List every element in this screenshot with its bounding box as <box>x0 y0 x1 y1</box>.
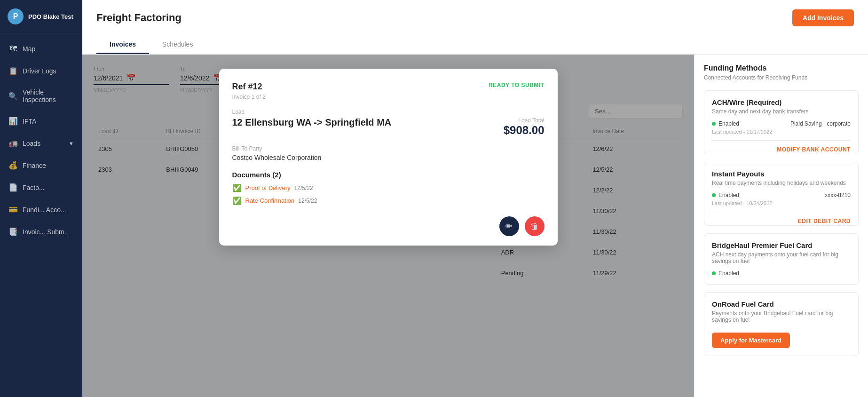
modal-overlay[interactable]: Ref #12 READY TO SUBMIT Invoice 1 of 2 L… <box>82 55 694 397</box>
fuel-card-desc: ACH next day payments onto your fuel car… <box>712 251 851 264</box>
sidebar-item-label: Vehicle Inspections <box>23 88 74 103</box>
enabled-dot <box>712 122 716 126</box>
chevron-down-icon: ▼ <box>69 141 74 146</box>
invoice-icon: 📑 <box>8 227 18 236</box>
fuel-card-status: Enabled <box>712 270 851 277</box>
tab-bar: Invoices Schedules <box>96 36 854 54</box>
loads-icon: 🚛 <box>8 139 18 148</box>
modal-header: Ref #12 READY TO SUBMIT <box>232 82 544 92</box>
sidebar-item-map[interactable]: 🗺 Map <box>0 38 82 60</box>
funding-title: Funding Methods <box>704 64 859 72</box>
doc-date-0: 12/5/22 <box>294 185 313 191</box>
funding-icon: 💳 <box>8 205 18 214</box>
sidebar-item-label: Finance <box>23 162 46 169</box>
sidebar-item-label: Driver Logs <box>23 67 56 75</box>
invoice-modal: Ref #12 READY TO SUBMIT Invoice 1 of 2 L… <box>219 69 558 246</box>
onroad-title: OnRoad Fuel Card <box>712 300 851 308</box>
sidebar-item-ifta[interactable]: 📊 IFTA <box>0 110 82 132</box>
factoring-icon: 📄 <box>8 183 18 192</box>
map-icon: 🗺 <box>8 45 18 53</box>
content-area: From 12/6/2021 📅 MM/DD/YYYY To 12/6/2022… <box>82 55 868 397</box>
modal-edit-button[interactable]: ✏ <box>499 216 519 236</box>
logo-icon: P <box>8 8 24 24</box>
funding-methods-panel: Funding Methods Connected Accounts for R… <box>694 55 868 397</box>
doc-date-1: 12/5/22 <box>298 198 317 204</box>
ach-last-updated: Last updated - 11/17/2022 <box>712 129 851 135</box>
vehicle-inspections-icon: 🔍 <box>8 92 18 101</box>
page-header: Freight Factoring Add Invoices <box>96 9 854 26</box>
instant-card-number: xxxx-8210 <box>825 192 851 198</box>
page-title: Freight Factoring <box>96 12 181 24</box>
modal-invoice-count: Invoice 1 of 2 <box>232 94 544 100</box>
instant-status-row: Enabled xxxx-8210 <box>712 192 851 198</box>
document-item-0: ✅ Proof of Delivery 12/5/22 <box>232 183 544 192</box>
finance-icon: 💰 <box>8 161 18 170</box>
sidebar: P PDO Blake Test 🗺 Map 📋 Driver Logs 🔍 V… <box>0 0 82 397</box>
funding-card-instant-payouts: Instant Payouts Real time payments inclu… <box>704 162 859 226</box>
company-name: PDO Blake Test <box>28 13 73 20</box>
onroad-desc: Payments onto your Bridgehaul Fuel card … <box>712 310 851 323</box>
sidebar-item-label: Facto... <box>23 184 45 191</box>
sidebar-item-label: IFTA <box>23 118 36 125</box>
invoice-section: From 12/6/2021 📅 MM/DD/YYYY To 12/6/2022… <box>82 55 694 397</box>
sidebar-item-vehicle-inspections[interactable]: 🔍 Vehicle Inspections <box>0 82 82 110</box>
instant-payouts-title: Instant Payouts <box>712 170 851 178</box>
modal-ref: Ref #12 <box>232 82 262 92</box>
check-icon-0: ✅ <box>232 183 242 192</box>
modal-billto-label: Bill-To Party <box>232 145 544 152</box>
modal-actions: ✏ 🗑 <box>232 216 544 236</box>
add-invoices-button[interactable]: Add Invoices <box>792 9 854 26</box>
modal-billto-value: Costco Wholesale Corporation <box>232 154 544 161</box>
tab-schedules[interactable]: Schedules <box>149 36 206 54</box>
modal-load-route: 12 Ellensburg WA -> Springfield MA <box>232 117 392 128</box>
funding-card-ach-wire: ACH/Wire (Required) Same day and next da… <box>704 90 859 154</box>
fuel-card-title: BridgeHaul Premier Fuel Card <box>712 241 851 249</box>
ach-wire-title: ACH/Wire (Required) <box>712 98 851 106</box>
top-area: Freight Factoring Add Invoices Invoices … <box>82 0 868 55</box>
instant-last-updated: Last updated - 10/24/2022 <box>712 200 851 206</box>
sidebar-item-factoring[interactable]: 📄 Facto... <box>0 176 82 198</box>
ach-status-row: Enabled Plaid Saving - corporate <box>712 120 851 127</box>
doc-name-0[interactable]: Proof of Delivery <box>245 184 291 191</box>
driver-logs-icon: 📋 <box>8 66 18 75</box>
main-content: Freight Factoring Add Invoices Invoices … <box>82 0 868 397</box>
sidebar-item-label: Invoic... Subm... <box>23 228 70 236</box>
instant-payouts-desc: Real time payments including holidays an… <box>712 180 851 186</box>
funding-card-onroad: OnRoad Fuel Card Payments onto your Brid… <box>704 292 859 356</box>
edit-debit-card-button[interactable]: EDIT DEBIT CARD <box>798 218 851 224</box>
modal-delete-button[interactable]: 🗑 <box>525 216 544 236</box>
enabled-dot-fuel <box>712 271 716 275</box>
ifta-icon: 📊 <box>8 117 18 126</box>
modal-ready-badge: READY TO SUBMIT <box>489 82 544 88</box>
check-icon-1: ✅ <box>232 196 242 205</box>
sidebar-item-label: Loads <box>23 140 40 147</box>
ach-status: Enabled <box>712 120 739 127</box>
sidebar-item-funding-accounts[interactable]: 💳 Fundi... Acco... <box>0 198 82 221</box>
modal-load-total-value: $908.00 <box>504 124 544 137</box>
divider-instant <box>712 212 851 212</box>
instant-status: Enabled <box>712 192 739 198</box>
modal-load-row: 12 Ellensburg WA -> Springfield MA Load … <box>232 117 544 137</box>
divider <box>712 140 851 141</box>
sidebar-nav: 🗺 Map 📋 Driver Logs 🔍 Vehicle Inspection… <box>0 33 82 243</box>
sidebar-item-finance[interactable]: 💰 Finance <box>0 154 82 176</box>
tab-invoices[interactable]: Invoices <box>96 36 149 54</box>
sidebar-item-label: Map <box>23 45 35 53</box>
modify-bank-account-button[interactable]: MODIFY BANK ACCOUNT <box>777 146 851 153</box>
sidebar-item-driver-logs[interactable]: 📋 Driver Logs <box>0 60 82 82</box>
sidebar-item-loads[interactable]: 🚛 Loads ▼ <box>0 132 82 154</box>
modal-load-total-label: Load Total <box>504 117 544 124</box>
funding-card-fuel: BridgeHaul Premier Fuel Card ACH next da… <box>704 233 859 285</box>
ach-bank-name: Plaid Saving - corporate <box>790 120 851 127</box>
sidebar-logo: P PDO Blake Test <box>0 0 82 33</box>
sidebar-item-invoice-submissions[interactable]: 📑 Invoic... Subm... <box>0 221 82 243</box>
ach-wire-desc: Same day and next day bank transfers <box>712 108 851 115</box>
doc-name-1[interactable]: Rate Confirmation <box>245 197 295 204</box>
enabled-dot-instant <box>712 193 716 197</box>
modal-load-label: Load <box>232 109 544 115</box>
funding-subtitle: Connected Accounts for Receiving Funds <box>704 74 859 81</box>
document-item-1: ✅ Rate Confirmation 12/5/22 <box>232 196 544 205</box>
sidebar-item-label: Fundi... Acco... <box>23 206 66 214</box>
modal-documents-title: Documents (2) <box>232 171 544 179</box>
apply-mastercard-button[interactable]: Apply for Mastercard <box>712 333 790 348</box>
